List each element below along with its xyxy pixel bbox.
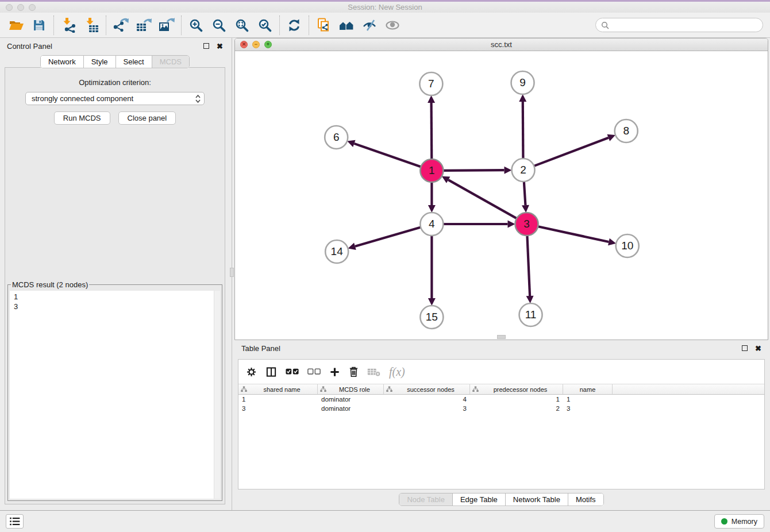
network-minimize-button[interactable]: −	[252, 41, 260, 48]
delete-table-button-disabled[interactable]	[367, 367, 380, 377]
window-controls-inactive[interactable]	[6, 4, 36, 11]
graph-edge-1-2[interactable]	[442, 170, 504, 171]
cell-shared-name: 3	[238, 405, 318, 412]
close-table-panel-icon[interactable]: ✖	[755, 345, 761, 352]
zoom-selected-button[interactable]	[253, 15, 276, 36]
show-columns-button[interactable]	[265, 367, 277, 377]
table-panel-title: Table Panel	[241, 344, 280, 353]
close-panel-icon[interactable]: ✖	[217, 43, 223, 50]
save-floppy-icon	[32, 18, 46, 32]
first-neighbors-button[interactable]	[335, 15, 358, 36]
graph-edge-3-11[interactable]	[527, 234, 530, 296]
column-header-mcds-role[interactable]: MCDS role	[318, 384, 384, 394]
network-zoom-button[interactable]: +	[264, 41, 272, 48]
tab-network-table[interactable]: Network Table	[506, 494, 568, 506]
column-header-shared-name[interactable]: shared name	[238, 384, 318, 394]
table-settings-button[interactable]	[246, 367, 257, 377]
column-header-name[interactable]: name	[563, 384, 613, 394]
deselect-all-button[interactable]	[307, 368, 321, 375]
close-window-button[interactable]	[6, 4, 13, 11]
optimization-criterion-select[interactable]: strongly connected component	[25, 92, 205, 105]
zoom-fit-button[interactable]	[230, 15, 253, 36]
tab-node-table[interactable]: Node Table	[399, 494, 453, 506]
graph-node-label: 4	[429, 218, 435, 230]
apply-layout-button[interactable]	[283, 15, 306, 36]
panel-menu-button[interactable]	[6, 514, 24, 529]
right-column: ✕ − + scc.txt 7968124314101511 Table Pan…	[234, 38, 770, 510]
close-panel-button[interactable]: Close panel	[118, 111, 176, 125]
panel-splitter[interactable]	[230, 38, 234, 510]
import-network-button[interactable]	[57, 15, 80, 36]
show-hide-graphics-button[interactable]	[358, 15, 381, 36]
eye-slash-icon	[362, 18, 377, 32]
function-builder-button-disabled[interactable]: f(x)	[389, 365, 405, 379]
tab-mcds[interactable]: MCDS	[152, 56, 189, 68]
export-table-button[interactable]	[132, 15, 155, 36]
graph-edge-3-10[interactable]	[537, 226, 609, 242]
minimize-window-button[interactable]	[17, 4, 24, 11]
tab-select[interactable]: Select	[116, 56, 152, 68]
graph-edge-2-8[interactable]	[533, 138, 608, 167]
zoom-in-button[interactable]	[184, 15, 207, 36]
tab-edge-table[interactable]: Edge Table	[453, 494, 506, 506]
network-canvas[interactable]: 7968124314101511	[235, 51, 768, 340]
cell-successor-nodes: 4	[384, 396, 470, 403]
open-folder-icon	[9, 18, 24, 32]
float-panel-icon[interactable]	[203, 43, 209, 49]
table-row[interactable]: 3 dominator 3 2 3	[238, 404, 764, 413]
graph-node-label: 11	[525, 309, 537, 321]
column-header-successor-nodes[interactable]: successor nodes	[384, 384, 470, 394]
export-network-button[interactable]	[109, 15, 132, 36]
zoom-window-button[interactable]	[29, 4, 36, 11]
add-column-button[interactable]	[329, 367, 340, 377]
zoom-out-button[interactable]	[207, 15, 230, 36]
result-scrollbar[interactable]	[214, 291, 220, 499]
search-input[interactable]	[612, 21, 757, 29]
graph-edge-2-9[interactable]	[523, 102, 523, 160]
graph-edge-1-7[interactable]	[432, 103, 432, 160]
graph-node-label: 14	[331, 246, 344, 258]
save-session-button[interactable]	[28, 15, 51, 36]
run-mcds-button[interactable]: Run MCDS	[54, 111, 110, 125]
org-chart-icon	[241, 386, 247, 392]
mcds-result-textarea[interactable]: 1 3	[10, 291, 220, 499]
open-session-button[interactable]	[5, 15, 28, 36]
column-header-predecessor-nodes[interactable]: predecessor nodes	[470, 384, 563, 394]
graph-edge-4-14[interactable]	[355, 227, 422, 246]
tab-style[interactable]: Style	[84, 56, 116, 68]
plus-icon	[329, 367, 340, 377]
graph-edge-3-1[interactable]	[448, 180, 518, 219]
toolbar-separator	[279, 16, 280, 35]
delete-columns-button[interactable]	[349, 366, 359, 377]
status-bar: Memory	[0, 510, 770, 532]
canvas-resize-grip[interactable]	[497, 335, 506, 339]
import-network-icon	[61, 17, 76, 33]
tab-motifs[interactable]: Motifs	[568, 494, 603, 506]
mcds-result-groupbox: MCDS result (2 nodes) 1 3	[7, 280, 222, 501]
export-image-button[interactable]	[155, 15, 178, 36]
float-table-panel-icon[interactable]	[742, 345, 748, 351]
table-row[interactable]: 1 dominator 4 1 1	[238, 395, 764, 404]
graph-edge-2-3[interactable]	[524, 180, 526, 205]
search-field[interactable]	[595, 18, 763, 32]
graph-node-label: 6	[333, 132, 340, 144]
graph-node-label: 1	[429, 165, 435, 177]
mcds-result-title: MCDS result (2 nodes)	[11, 280, 89, 289]
clone-network-button[interactable]	[312, 15, 335, 36]
tab-network[interactable]: Network	[41, 56, 84, 68]
splitter-grip[interactable]	[230, 268, 234, 277]
graph-node-label: 8	[623, 125, 629, 137]
memory-button[interactable]: Memory	[714, 514, 764, 529]
cell-shared-name: 1	[238, 396, 318, 403]
zoom-in-icon	[188, 18, 203, 33]
list-icon	[9, 516, 21, 526]
network-close-button[interactable]: ✕	[240, 41, 248, 48]
import-table-button[interactable]	[80, 15, 103, 36]
graph-edge-1-6[interactable]	[354, 144, 422, 167]
table-panel-content: f(x) shared name MCDS role successor nod…	[238, 359, 765, 489]
cell-successor-nodes: 3	[384, 405, 470, 412]
select-all-button[interactable]	[286, 368, 299, 375]
network-view-window: ✕ − + scc.txt 7968124314101511	[234, 38, 768, 340]
bird-eye-view-button[interactable]	[381, 15, 404, 36]
memory-label: Memory	[732, 518, 757, 526]
